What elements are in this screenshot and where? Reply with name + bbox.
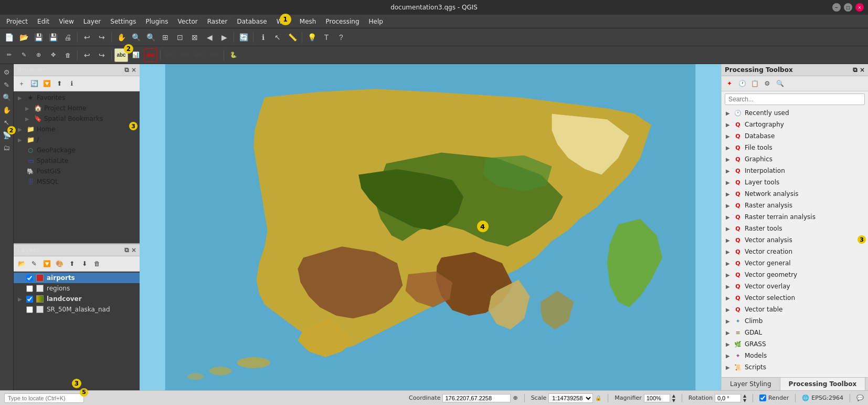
help-button[interactable]: ? xyxy=(334,30,348,44)
browser-info-btn[interactable]: ℹ xyxy=(66,78,78,89)
menu-help[interactable]: Help xyxy=(365,17,387,26)
zoom-in-button[interactable]: 🔍 xyxy=(129,30,143,44)
menu-view[interactable]: View xyxy=(55,17,78,26)
tips-button[interactable]: 💡 xyxy=(305,30,319,44)
move-layer-down-btn[interactable]: ⬇ xyxy=(79,258,90,269)
browser-collapse-btn[interactable]: ⬆ xyxy=(54,78,65,89)
redo2-button[interactable]: ↪ xyxy=(95,48,109,62)
browser-item-home[interactable]: ▶ 📁 Home 3 xyxy=(14,124,140,134)
save-project-button[interactable]: 💾 xyxy=(31,30,45,44)
zoom-next-button[interactable]: ▶ xyxy=(217,30,231,44)
digitize-layer-btn[interactable]: ✎ xyxy=(28,258,40,269)
toolbox-item-network-analysis[interactable]: ▶ Q Network analysis xyxy=(722,188,868,200)
toolbox-dock-icon[interactable]: ⧉ xyxy=(853,66,858,74)
toolbox-results-btn[interactable]: 📋 xyxy=(749,78,760,89)
label3-button[interactable]: abc xyxy=(178,48,192,62)
label4-button[interactable]: abc xyxy=(193,48,206,62)
toolbox-item-vector-creation[interactable]: ▶ Q Vector creation xyxy=(722,246,868,257)
toolbox-item-vector-overlay[interactable]: ▶ Q Vector overlay xyxy=(722,281,868,292)
browser-item-geopackage[interactable]: ▶ ⬡ GeoPackage xyxy=(14,145,140,155)
tab-layer-styling[interactable]: Layer Styling xyxy=(722,378,780,390)
toolbox-item-vector-selection[interactable]: ▶ Q Vector selection xyxy=(722,292,868,304)
toolbox-item-vector-analysis[interactable]: ▶ Q Vector analysis 3 xyxy=(722,234,868,246)
browser-dock-icon[interactable]: ⧉ xyxy=(124,66,129,74)
label-red-button[interactable]: abc xyxy=(144,48,157,62)
remove-layer-btn[interactable]: 🗑 xyxy=(91,258,103,269)
toolbox-item-database[interactable]: ▶ Q Database xyxy=(722,130,868,142)
move-layer-up-btn[interactable]: ⬆ xyxy=(66,258,78,269)
toolbox-close-icon[interactable]: × xyxy=(860,66,865,74)
layer-diagram-button[interactable]: 📊 xyxy=(129,48,143,62)
toolbox-item-vector-geometry[interactable]: ▶ Q Vector geometry xyxy=(722,269,868,281)
browser-add-btn[interactable]: ＋ xyxy=(16,78,27,89)
toolbox-item-scripts[interactable]: ▶ 📜 Scripts xyxy=(722,361,868,373)
rotation-spinner[interactable]: ▲▼ xyxy=(743,393,746,403)
layers-tool[interactable]: ⚙ xyxy=(1,66,13,78)
toolbox-item-raster-terrain[interactable]: ▶ Q Raster terrain analysis xyxy=(722,211,868,223)
scale-select[interactable]: 1:14739258 xyxy=(548,393,593,403)
expand-arrow-landcover[interactable]: ▶ xyxy=(18,296,24,302)
toolbox-history-btn[interactable]: 🕐 xyxy=(736,78,748,89)
magnifier-input[interactable] xyxy=(644,394,670,402)
close-button[interactable]: × xyxy=(855,3,864,12)
coordinate-input[interactable] xyxy=(442,394,511,402)
browser-filter-btn[interactable]: 🔽 xyxy=(41,78,52,89)
maximize-button[interactable]: □ xyxy=(844,3,852,12)
node-edit-button[interactable]: ⊕ xyxy=(31,48,45,62)
toolbox-item-file-tools[interactable]: ▶ Q File tools xyxy=(722,142,868,153)
menu-edit[interactable]: Edit xyxy=(33,17,54,26)
gps-tool[interactable]: 📡 xyxy=(1,129,13,141)
tab-processing-toolbox[interactable]: Processing Toolbox xyxy=(780,378,866,390)
new-project-button[interactable]: 📄 xyxy=(2,30,16,44)
edit-pen-button[interactable]: ✏ xyxy=(2,48,16,62)
crs-display[interactable]: 🌐 EPSG:2964 xyxy=(802,394,843,401)
style-layer-btn[interactable]: 🎨 xyxy=(54,258,65,269)
zoom-select-button[interactable]: ⊠ xyxy=(188,30,202,44)
browser-item-spatial-bookmarks[interactable]: ▶ 🔖 Spatial Bookmarks xyxy=(14,113,140,124)
delete-button[interactable]: 🗑 xyxy=(61,48,75,62)
menu-layer[interactable]: Layer xyxy=(79,17,105,26)
browser-item-favorites[interactable]: ▶ ★ Favorites xyxy=(14,92,140,103)
magnifier-spinner[interactable]: ▲▼ xyxy=(672,393,675,403)
label-abc-button[interactable]: abc xyxy=(114,48,128,62)
label5-button[interactable]: abc xyxy=(207,48,221,62)
select-tool[interactable]: ↖ xyxy=(1,117,13,128)
toolbox-item-recently-used[interactable]: ▶ 🕐 Recently used xyxy=(722,107,868,119)
menu-settings[interactable]: Settings xyxy=(106,17,140,26)
layer-checkbox-regions[interactable] xyxy=(26,285,33,292)
select-button[interactable]: ↖ xyxy=(271,30,284,44)
zoom-layer-button[interactable]: ⊡ xyxy=(173,30,187,44)
locator-input[interactable] xyxy=(4,393,84,403)
messages-button[interactable]: 💬 xyxy=(856,394,864,401)
layers-close-icon[interactable]: × xyxy=(131,246,136,254)
toolbox-item-gdal[interactable]: ▶ ≡ GDAL xyxy=(722,327,868,338)
layer-item-regions[interactable]: ▶ regions xyxy=(14,283,140,294)
toolbox-item-interpolation[interactable]: ▶ Q Interpolation xyxy=(722,165,868,176)
rotation-input[interactable] xyxy=(715,394,741,402)
render-checkbox[interactable] xyxy=(759,394,766,401)
python-button[interactable]: 🐍 xyxy=(227,48,240,62)
toolbox-item-raster-tools[interactable]: ▶ Q Raster tools xyxy=(722,223,868,234)
toolbox-item-raster-analysis[interactable]: ▶ Q Raster analysis xyxy=(722,200,868,211)
browser-item-root[interactable]: ▶ 📁 / xyxy=(14,134,140,145)
browser-refresh-btn[interactable]: 🔄 xyxy=(28,78,40,89)
menu-project[interactable]: Project xyxy=(2,17,32,26)
open-layer-btn[interactable]: 📂 xyxy=(16,258,27,269)
toolbox-item-vector-general[interactable]: ▶ Q Vector general xyxy=(722,257,868,269)
text-button[interactable]: T xyxy=(320,30,333,44)
measure-button[interactable]: 📏 xyxy=(285,30,299,44)
print-button[interactable]: 🖨 xyxy=(61,30,75,44)
menu-web[interactable]: Web xyxy=(272,17,294,26)
refresh-button[interactable]: 🔄 xyxy=(237,30,250,44)
pan-button[interactable]: ✋ xyxy=(114,30,128,44)
menu-plugins[interactable]: Plugins xyxy=(141,17,172,26)
zoom-out-button[interactable]: 🔍 xyxy=(144,30,157,44)
toolbox-item-vector-table[interactable]: ▶ Q Vector table xyxy=(722,304,868,315)
open-project-button[interactable]: 📂 xyxy=(17,30,30,44)
label2-button[interactable]: abc xyxy=(163,48,177,62)
browser-close-icon[interactable]: × xyxy=(131,66,136,74)
undo-button[interactable]: ↩ xyxy=(80,30,94,44)
browser-item-project-home[interactable]: ▶ 🏠 Project Home xyxy=(14,103,140,113)
layers-dock-icon[interactable]: ⧉ xyxy=(124,246,129,254)
toolbox-run-btn[interactable]: ✦ xyxy=(724,78,735,89)
